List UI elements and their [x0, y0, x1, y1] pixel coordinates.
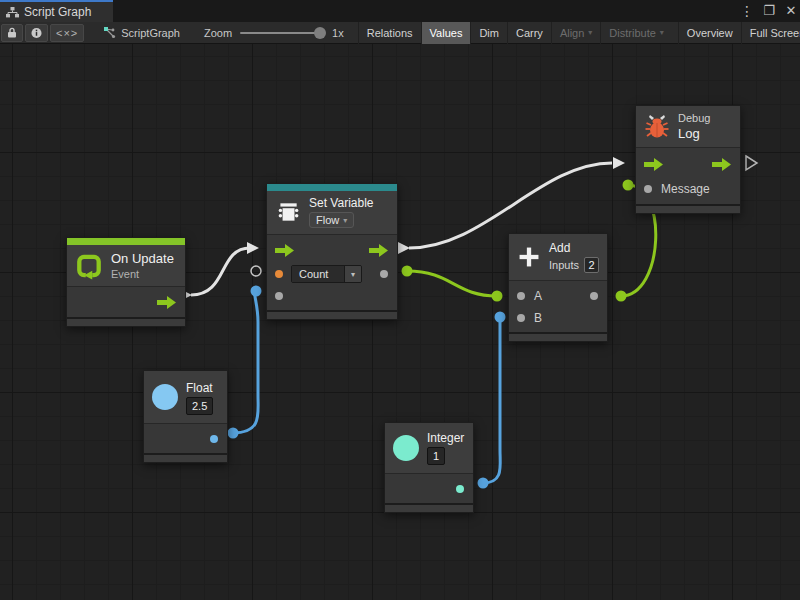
- maximize-icon[interactable]: ❐: [762, 0, 776, 22]
- unity-script-graph-window: Script Graph ⋮ ❐ ✕ <×>: [0, 0, 800, 600]
- info-button[interactable]: [25, 24, 48, 42]
- input-a-label: A: [534, 289, 542, 303]
- chevron-down-icon: ▾: [660, 28, 664, 37]
- message-label: Message: [661, 182, 710, 196]
- code-view-button[interactable]: <×>: [50, 24, 84, 42]
- node-header-event: [67, 238, 185, 245]
- node-set-variable[interactable]: Set Variable Flow ▾ Count ▾: [266, 183, 398, 320]
- integer-output-port[interactable]: [456, 485, 464, 493]
- node-float[interactable]: Float 2.5: [143, 370, 228, 463]
- toolbar-button-dim[interactable]: Dim: [470, 22, 507, 44]
- toolbar-button-fullscreen[interactable]: Full Screen: [741, 22, 800, 44]
- float-output-port[interactable]: [210, 435, 218, 443]
- sum-output-port[interactable]: [590, 292, 598, 300]
- input-b-port[interactable]: [517, 314, 525, 322]
- toolbar-button-align[interactable]: Align▾: [551, 22, 600, 44]
- toolbar-button-values[interactable]: Values: [421, 22, 471, 44]
- node-title: On Update: [111, 251, 174, 266]
- value-output-port[interactable]: [380, 270, 388, 278]
- inputs-label: Inputs: [549, 259, 579, 271]
- variable-select-dropdown[interactable]: Count ▾: [291, 265, 362, 283]
- variable-name-port[interactable]: [275, 270, 283, 278]
- variable-icon: [275, 199, 301, 225]
- lock-icon: [7, 27, 17, 38]
- variable-kind-dropdown[interactable]: Flow ▾: [309, 212, 354, 228]
- flow-input-port[interactable]: [644, 158, 664, 171]
- node-debug-log[interactable]: Debug Log Message: [635, 105, 741, 214]
- flow-input-port[interactable]: [275, 244, 295, 257]
- float-value-field[interactable]: 2.5: [186, 397, 213, 415]
- toolbar-button-distribute[interactable]: Distribute▾: [600, 22, 671, 44]
- node-footer: [67, 317, 185, 326]
- zoom-slider[interactable]: [240, 32, 324, 34]
- node-title: Log: [678, 126, 710, 141]
- toolbar-button-overview[interactable]: Overview: [678, 22, 741, 44]
- lock-button[interactable]: [1, 24, 23, 42]
- node-add[interactable]: Add Inputs 2 A B: [508, 233, 608, 342]
- flow-output-port[interactable]: [157, 296, 177, 309]
- graph-name-label: ScriptGraph: [121, 27, 180, 39]
- flow-output-port[interactable]: [369, 244, 389, 257]
- value-input-port[interactable]: [275, 292, 283, 300]
- node-footer: [144, 453, 227, 462]
- toolbar-button-carry[interactable]: Carry: [507, 22, 551, 44]
- graph-toolbar: <×> ScriptGraph Zoom 1x Relations Values…: [0, 22, 800, 44]
- input-a-port[interactable]: [517, 292, 525, 300]
- node-footer: [636, 204, 740, 213]
- graph-hierarchy-icon: [6, 7, 19, 18]
- node-integer[interactable]: Integer 1: [384, 422, 474, 513]
- inputs-count-field[interactable]: 2: [584, 257, 599, 273]
- node-on-update[interactable]: On Update Event: [66, 237, 186, 327]
- float-literal-icon: [152, 384, 178, 410]
- zoom-label: Zoom: [204, 27, 232, 39]
- node-title: Float: [186, 381, 213, 395]
- info-icon: [31, 27, 42, 39]
- node-footer: [385, 503, 473, 512]
- plus-icon: [517, 243, 541, 271]
- chevron-down-icon: ▾: [588, 28, 592, 37]
- node-title: Integer: [427, 431, 464, 445]
- message-input-port[interactable]: [644, 185, 652, 193]
- window-menu-icon[interactable]: ⋮: [740, 0, 754, 22]
- node-footer: [267, 310, 397, 319]
- node-subtitle: Event: [111, 268, 174, 280]
- chevron-down-icon: ▾: [344, 266, 361, 282]
- loop-event-icon: [75, 252, 103, 280]
- node-title: Add: [549, 241, 599, 255]
- node-category: Debug: [678, 112, 710, 124]
- integer-value-field[interactable]: 1: [427, 447, 445, 465]
- toolbar-button-relations[interactable]: Relations: [358, 22, 421, 44]
- flow-output-port[interactable]: [712, 158, 732, 171]
- node-footer: [509, 332, 607, 341]
- zoom-value: 1x: [332, 27, 344, 39]
- bug-icon: [644, 113, 670, 140]
- script-graph-icon: [103, 26, 116, 39]
- graph-reference[interactable]: ScriptGraph: [103, 26, 180, 39]
- chevron-down-icon: ▾: [343, 216, 347, 225]
- title-bar: Script Graph ⋮ ❐ ✕: [0, 0, 800, 22]
- input-b-label: B: [534, 311, 542, 325]
- tab-title: Script Graph: [24, 5, 91, 19]
- close-icon[interactable]: ✕: [784, 0, 798, 22]
- tab-script-graph[interactable]: Script Graph: [0, 0, 113, 22]
- integer-literal-icon: [393, 435, 419, 461]
- zoom-slider-handle[interactable]: [314, 27, 326, 39]
- node-header-variable: [267, 184, 397, 191]
- node-title: Set Variable: [309, 196, 373, 210]
